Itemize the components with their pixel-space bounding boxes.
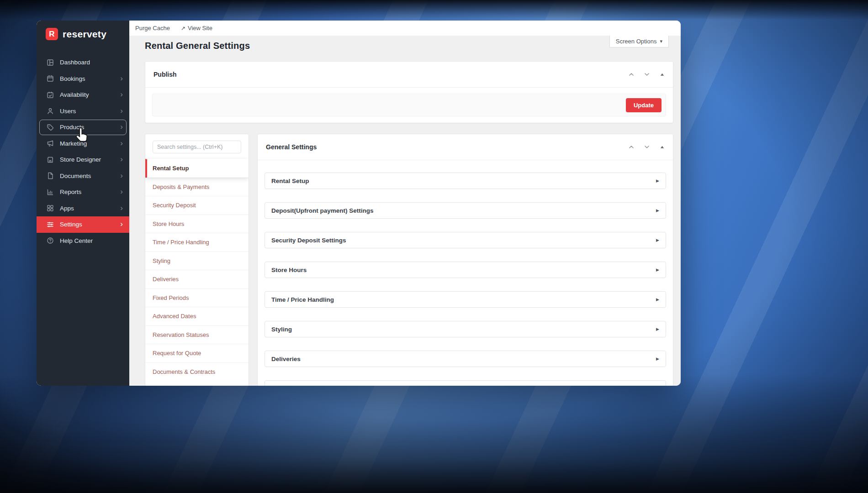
settings-nav-item-documents-contracts[interactable]: Documents & Contracts [145, 362, 249, 381]
accordion-item-deliveries[interactable]: Deliveries ▶ [265, 351, 666, 367]
caret-right-icon: ▶ [656, 327, 659, 331]
sidebar-item-label: Availability [60, 91, 120, 98]
settings-nav-item-request-for-quote[interactable]: Request for Quote [145, 344, 249, 362]
collapse-up-icon[interactable] [629, 72, 634, 77]
settings-nav-panel: Rental Setup Deposits & Payments Securit… [145, 134, 249, 386]
settings-nav-item-deposits-payments[interactable]: Deposits & Payments [145, 178, 249, 196]
sidebar-item-marketing[interactable]: Marketing › [37, 136, 129, 152]
settings-nav-item-store-hours[interactable]: Store Hours [145, 215, 249, 233]
caret-right-icon: ▶ [656, 267, 659, 272]
accordion-item-deposit-settings[interactable]: Deposit(Upfront payment) Settings ▶ [265, 202, 666, 219]
accordion-label: Time / Price Handling [271, 296, 334, 303]
toggle-panel-icon[interactable] [660, 145, 665, 150]
chevron-right-icon: › [120, 90, 123, 98]
accordion-item-styling[interactable]: Styling ▶ [265, 321, 666, 337]
settings-nav-item-advanced-dates[interactable]: Advanced Dates [145, 307, 249, 325]
accordion-item-time-price-handling[interactable]: Time / Price Handling ▶ [265, 291, 666, 308]
availability-icon [47, 91, 54, 99]
collapse-down-icon[interactable] [644, 144, 650, 150]
sidebar-item-settings[interactable]: Settings › [37, 216, 129, 233]
view-site-label: View Site [188, 25, 212, 31]
collapse-down-icon[interactable] [644, 72, 650, 77]
sidebar-item-label: Documents [60, 173, 120, 179]
general-settings-panel: General Settings Rental Setup ▶ Deposit(… [257, 134, 673, 386]
external-link-icon: ↗ [181, 25, 185, 31]
sidebar-item-label: Help Center [60, 237, 123, 244]
toggle-panel-icon[interactable] [660, 72, 665, 77]
view-site-link[interactable]: ↗ View Site [181, 25, 212, 31]
dashboard-icon [47, 59, 54, 66]
accordion-item-rental-setup[interactable]: Rental Setup ▶ [265, 173, 666, 189]
accordion-label: Deposit(Upfront payment) Settings [271, 207, 374, 214]
chevron-right-icon: › [120, 74, 123, 82]
sidebar-item-label: Bookings [60, 75, 120, 82]
chevron-right-icon: › [120, 204, 123, 212]
publish-panel-title: Publish [153, 71, 177, 78]
caret-right-icon: ▶ [656, 297, 659, 302]
sidebar-nav: Dashboard Bookings › Availability › [37, 54, 129, 249]
settings-accordion-list: Rental Setup ▶ Deposit(Upfront payment) … [258, 160, 673, 386]
sidebar-item-help-center[interactable]: Help Center [37, 233, 129, 249]
admin-topbar: Purge Cache ↗ View Site [129, 21, 681, 36]
caret-right-icon: ▶ [656, 357, 659, 361]
publish-actions-row: Update [152, 94, 666, 116]
sidebar-item-label: Marketing [60, 140, 120, 147]
purge-cache-link[interactable]: Purge Cache [135, 25, 170, 31]
chevron-right-icon: › [120, 123, 123, 131]
general-settings-title: General Settings [266, 143, 317, 151]
sidebar-item-documents[interactable]: Documents › [37, 168, 129, 184]
settings-nav-item-fixed-periods[interactable]: Fixed Periods [145, 288, 249, 307]
general-settings-header: General Settings [258, 134, 673, 160]
caret-right-icon: ▶ [656, 178, 659, 183]
chevron-right-icon: › [120, 139, 123, 147]
apps-icon [47, 205, 54, 212]
sidebar-item-users[interactable]: Users › [37, 103, 129, 120]
store-designer-icon [47, 156, 54, 163]
sidebar-item-label: Store Designer [60, 156, 120, 163]
page-title: Rental General Settings [145, 41, 250, 51]
search-settings-input[interactable] [153, 141, 241, 153]
settings-nav-list: Rental Setup Deposits & Payments Securit… [145, 159, 249, 381]
sidebar-item-dashboard[interactable]: Dashboard [37, 54, 129, 71]
screen-options-button[interactable]: Screen Options ▾ [609, 36, 669, 47]
collapse-up-icon[interactable] [629, 144, 634, 150]
main-content: Purge Cache ↗ View Site Rental General S… [129, 21, 681, 386]
settings-nav-item-reservation-statuses[interactable]: Reservation Statuses [145, 325, 249, 344]
publish-panel-header: Publish [145, 62, 673, 88]
settings-nav-item-rental-setup[interactable]: Rental Setup [145, 159, 249, 178]
sidebar-item-availability[interactable]: Availability › [37, 87, 129, 103]
sidebar-item-apps[interactable]: Apps › [37, 200, 129, 217]
sidebar-item-label: Settings [60, 221, 120, 228]
reservety-logo-icon: R [46, 28, 58, 40]
sidebar-item-label: Products [60, 124, 120, 131]
chevron-right-icon: › [120, 188, 123, 195]
accordion-item-security-deposit-settings[interactable]: Security Deposit Settings ▶ [265, 232, 666, 248]
logo[interactable]: R reservety [46, 28, 106, 40]
sidebar-item-reports[interactable]: Reports › [37, 184, 129, 200]
sidebar-item-label: Reports [60, 189, 120, 195]
accordion-item-store-hours[interactable]: Store Hours ▶ [265, 262, 666, 278]
accordion-label: Styling [271, 326, 292, 333]
accordion-label: Security Deposit Settings [271, 237, 346, 244]
settings-nav-item-styling[interactable]: Styling [145, 252, 249, 270]
chevron-right-icon: › [120, 220, 123, 228]
accordion-item-partial[interactable] [265, 380, 666, 386]
sidebar-item-store-designer[interactable]: Store Designer › [37, 152, 129, 168]
settings-icon [47, 221, 54, 228]
update-button[interactable]: Update [626, 98, 662, 112]
documents-icon [47, 172, 54, 179]
sidebar-item-bookings[interactable]: Bookings › [37, 71, 129, 87]
sidebar-item-products[interactable]: Products › [37, 119, 129, 136]
sidebar-item-label: Dashboard [60, 59, 123, 66]
logo-text: reservety [63, 29, 106, 40]
sidebar: R reservety Dashboard Bookings › [37, 21, 129, 386]
settings-nav-item-deliveries[interactable]: Deliveries [145, 270, 249, 288]
chevron-right-icon: › [120, 172, 123, 179]
publish-panel: Publish Update [145, 61, 673, 123]
settings-nav-item-security-deposit[interactable]: Security Deposit [145, 196, 249, 215]
settings-nav-item-time-price-handling[interactable]: Time / Price Handling [145, 233, 249, 252]
caret-right-icon: ▶ [656, 238, 659, 242]
accordion-label: Rental Setup [271, 178, 309, 184]
caret-right-icon: ▶ [656, 208, 659, 213]
caret-down-icon: ▾ [660, 38, 662, 44]
